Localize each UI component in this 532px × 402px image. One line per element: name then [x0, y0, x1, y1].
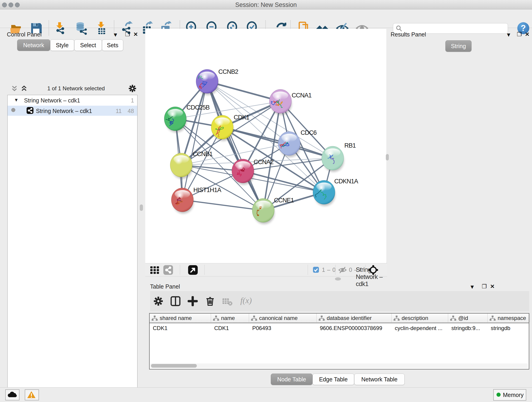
cytoscape-window: Session: New Session	[0, 0, 532, 402]
expand-all-icon[interactable]	[20, 85, 28, 93]
node-label-hist1h1a: HIST1H1A	[193, 186, 221, 193]
hidden-counts: 0 – 0	[349, 267, 363, 273]
node-label-cdk1: CDK1	[234, 114, 249, 121]
memory-status-dot	[496, 393, 500, 397]
toolbar-separator	[335, 265, 336, 275]
node-label-ccne1: CCNE1	[274, 197, 294, 204]
grid-view-icon[interactable]	[149, 264, 160, 275]
selected-checkbox-icon[interactable]	[313, 267, 319, 273]
tab-select[interactable]: Select	[74, 39, 102, 51]
network-collection-row[interactable]: ▼ String Network – cdk1 1	[7, 96, 137, 106]
string-network-icon	[26, 107, 34, 114]
memory-label: Memory	[503, 392, 524, 398]
network-collection-label: String Network – cdk1	[24, 97, 80, 104]
function-builder-icon: f(x)	[240, 296, 252, 305]
selected-counts: 1 – 0	[322, 267, 336, 273]
node-label-ccna1: CCNA1	[292, 92, 312, 99]
results-panel: Results Panel ▼ ❐ ✕ String Expand All Co…	[387, 29, 532, 385]
delete-table-icon	[222, 297, 233, 306]
panel-close-icon[interactable]: ✕	[525, 31, 530, 38]
protein-node-ccna1[interactable]	[267, 89, 291, 113]
control-panel: Control Panel ▼ ❐ ✕ NetworkStyleSelectSe…	[2, 29, 139, 385]
share-view-icon[interactable]	[163, 265, 173, 275]
hidden-eye-icon	[338, 266, 347, 274]
results-panel-title: Results Panel	[391, 31, 426, 38]
tree-expand-icon[interactable]: ▼	[14, 97, 19, 103]
network-list-header: 1 of 1 Network selected	[7, 83, 138, 95]
protein-node-ccnb1[interactable]	[170, 153, 192, 177]
current-network-dot	[11, 108, 15, 112]
main-toolbar: ?	[0, 9, 532, 28]
edge-count: 48	[128, 108, 134, 114]
node-label-cdkn1a: CDKN1A	[334, 178, 358, 185]
horizontal-splitter-handle[interactable]	[335, 277, 341, 281]
toolbar-separator	[204, 265, 205, 275]
network-edge[interactable]	[182, 200, 263, 211]
table-cell[interactable]: CDK1	[214, 323, 249, 332]
node-label-cdc25b: CDC25B	[186, 104, 210, 111]
warning-button[interactable]	[25, 389, 39, 400]
node-label-cdc6: CDC6	[301, 129, 317, 136]
network-row-selected[interactable]: String Network – cdk1 11 48	[7, 106, 137, 116]
scrollbar-thumb[interactable]	[151, 364, 197, 368]
column-header-database-identifier[interactable]: database identifier	[317, 313, 392, 322]
delete-column-icon[interactable]	[205, 296, 215, 306]
table-cell[interactable]: P06493	[252, 323, 316, 332]
table-gear-icon[interactable]	[153, 296, 163, 306]
table-cell[interactable]: 9606.ENSP00000378699	[320, 323, 391, 332]
node-label-ccnb1: CCNB1	[193, 151, 213, 157]
collection-count: 1	[131, 97, 134, 104]
warning-icon	[27, 391, 36, 399]
add-column-icon[interactable]	[188, 296, 198, 306]
cloud-button[interactable]	[5, 389, 19, 400]
toolbar-separator	[365, 265, 366, 275]
tab-style[interactable]: Style	[50, 39, 74, 51]
column-header-shared-name[interactable]: shared name	[150, 313, 211, 322]
tab-node-table[interactable]: Node Table	[271, 374, 312, 385]
title-bar: Session: New Session	[0, 0, 532, 9]
protein-node-ccnb2[interactable]	[196, 70, 218, 93]
toolbar-separator	[180, 265, 180, 275]
protein-node-hist1h1a[interactable]	[171, 188, 193, 212]
panel-menu-icon[interactable]: ▼	[113, 32, 118, 38]
birds-eye-view-icon[interactable]	[188, 265, 198, 275]
column-header-canonical-name[interactable]: canonical name	[249, 313, 317, 322]
toolbar-separator	[308, 265, 308, 275]
show-columns-icon[interactable]	[170, 296, 181, 306]
panel-float-icon[interactable]: ❐	[517, 31, 522, 38]
network-row-label: String Network – cdk1	[36, 108, 92, 114]
control-panel-title: Control Panel	[7, 31, 41, 38]
panel-float-icon[interactable]: ❐	[125, 31, 130, 38]
tab-edge-table[interactable]: Edge Table	[312, 374, 354, 385]
fit-selected-crosshair-icon[interactable]	[368, 265, 379, 275]
node-count: 11	[116, 108, 122, 114]
protein-node-cdkn1a[interactable]	[313, 180, 335, 204]
node-label-rb1: RB1	[344, 142, 356, 149]
collapse-all-icon[interactable]	[11, 85, 18, 93]
protein-node-cdc6[interactable]	[278, 132, 300, 155]
panel-menu-icon[interactable]: ▼	[506, 32, 511, 38]
node-label-ccnb2: CCNB2	[218, 68, 238, 75]
table-cell[interactable]: CDK1	[153, 323, 210, 332]
panel-close-icon[interactable]: ✕	[133, 31, 138, 38]
table-panel-title: Table Panel	[150, 283, 180, 290]
protein-node-ccna2[interactable]	[232, 159, 254, 183]
column-header-name[interactable]: name	[211, 313, 249, 322]
protein-node-cdk1[interactable]	[211, 115, 233, 139]
gear-icon[interactable]	[128, 84, 137, 93]
left-splitter-handle[interactable]	[140, 204, 143, 211]
node-label-ccna2: CCNA2	[254, 159, 273, 166]
memory-button[interactable]: Memory	[493, 389, 526, 401]
tab-network[interactable]: Network	[17, 39, 50, 51]
status-bar: Memory	[0, 387, 532, 402]
tab-sets[interactable]: Sets	[102, 39, 123, 51]
network-selection-status: 1 of 1 Network selected	[35, 85, 117, 92]
protein-node-rb1[interactable]	[322, 146, 344, 170]
protein-node-cdc25b[interactable]	[164, 107, 186, 131]
network-list: ▼ String Network – cdk1 1 String Network…	[7, 95, 138, 402]
tab-string[interactable]: String	[445, 40, 472, 52]
tab-network-table[interactable]: Network Table	[354, 374, 405, 385]
network-canvas[interactable]: CCNB2CCNA1CDC25BCDK1CDC6RB1CCNB1CCNA2CDK…	[145, 29, 386, 263]
protein-node-ccne1[interactable]	[252, 198, 274, 222]
window-title: Session: New Session	[0, 1, 532, 8]
